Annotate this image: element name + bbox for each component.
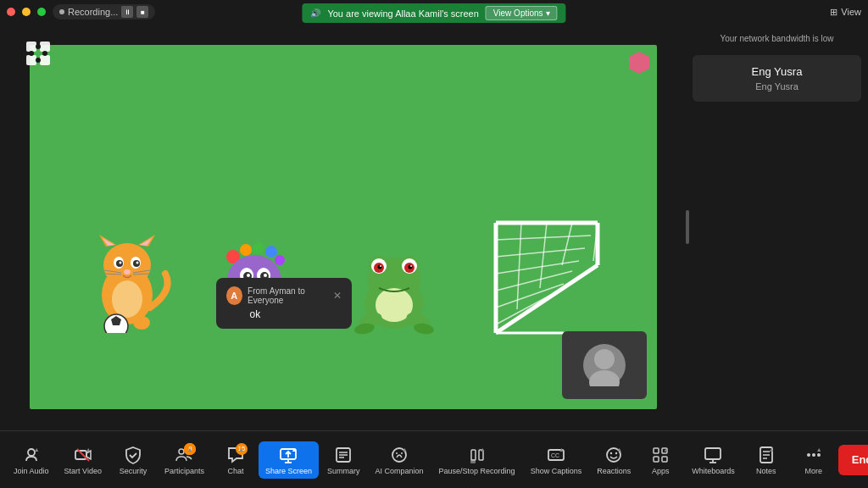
svg-line-70 [496,261,579,274]
svg-line-68 [496,236,591,240]
screen-frame: A From Ayman to Everyone ✕ ok [30,45,657,409]
share-screen-btn[interactable]: ▲ Share Screen [259,441,319,479]
start-video-chevron: ▲ [86,446,92,452]
svg-point-6 [29,51,34,56]
chat-icon: 15 ▲ [225,445,246,465]
ai-companion-btn[interactable]: ▲ AI Companion [369,441,431,479]
maximize-window-btn[interactable] [37,8,46,16]
cat-sprite [81,231,174,333]
apps-btn[interactable]: ▲ Apps [637,441,683,479]
apps-label: Apps [652,467,670,475]
notes-btn[interactable]: ▲ Notes [743,441,789,479]
more-label: More [804,467,822,475]
share-screen-chevron: ▲ [292,446,298,452]
toolbar-group-left: ▲ Join Audio ▲ Start Video [7,441,259,479]
scratch-canvas [30,45,657,409]
svg-rect-0 [26,42,36,52]
start-video-btn[interactable]: ▲ Start Video [58,441,108,479]
svg-point-35 [265,246,277,258]
view-btn[interactable]: ⊞ View [830,7,861,18]
more-btn[interactable]: ▲ More [791,441,837,479]
whiteboards-btn[interactable]: Whiteboards [685,441,742,479]
close-window-btn[interactable] [7,8,15,16]
reactions-btn[interactable]: ▲ Reactions [590,441,637,479]
apps-icon: ▲ [650,445,670,465]
join-audio-icon: ▲ [21,445,42,465]
svg-point-21 [124,269,131,274]
svg-point-26 [112,280,142,318]
notes-chevron: ▲ [769,446,775,452]
bandwidth-notice: Your network bandwidth is low [693,30,861,47]
svg-line-76 [562,223,572,265]
summary-btn[interactable]: Summary [320,441,367,479]
apps-chevron: ▲ [663,446,669,452]
end-meeting-btn[interactable]: End [838,445,868,475]
pause-recording-btn[interactable]: ⏸ [121,6,133,18]
svg-point-57 [380,265,381,267]
speaker-icon: 🔊 [310,8,320,18]
participants-label: Participants [164,467,204,475]
self-video-avatar [583,344,626,386]
chevron-down-icon: ▾ [546,8,550,18]
security-label: Security [120,467,147,475]
svg-point-28 [133,316,150,330]
reactions-icon: ▲ [604,445,624,465]
recording-label: Recording... [68,7,118,17]
screen-share-area: A From Ayman to Everyone ✕ ok [0,24,686,430]
svg-point-19 [119,262,121,264]
stop-recording-btn[interactable]: ■ [136,6,148,18]
bottom-toolbar: ▲ Join Audio ▲ Start Video [0,430,868,488]
chat-popup-close-btn[interactable]: ✕ [333,290,342,302]
pause-stop-icon: ▲ [467,445,487,465]
svg-rect-99 [470,459,476,463]
svg-point-56 [408,265,412,269]
svg-rect-2 [26,55,36,65]
show-captions-label: Show Captions [531,467,582,475]
security-btn[interactable]: Security [110,441,156,479]
join-audio-btn[interactable]: ▲ Join Audio [7,441,56,479]
view-label: View [841,7,861,17]
chat-popup: A From Ayman to Everyone ✕ ok [216,278,352,329]
svg-point-20 [136,262,138,264]
sidebar-drag-handle[interactable] [686,210,689,244]
svg-point-96 [401,452,403,454]
view-options-btn[interactable]: View Options ▾ [486,6,558,20]
svg-point-80 [589,370,620,386]
screen-share-banner: 🔊 You are viewing Allaa Kamil's screen V… [302,3,565,23]
participants-chevron: ▲ [187,446,193,452]
show-captions-icon: CC ▲ [546,445,566,465]
svg-rect-107 [654,457,659,462]
svg-point-95 [396,452,398,454]
svg-marker-8 [629,52,649,74]
reactions-label: Reactions [597,467,631,475]
hex-stop-icon[interactable] [626,50,652,75]
svg-point-118 [817,453,821,457]
toolbar-group-center: ▲ Share Screen Summary [259,441,637,479]
chat-avatar: A [226,286,243,305]
svg-rect-108 [662,457,667,462]
participants-btn[interactable]: 8 8 ▲ Participants [158,441,211,479]
view-options-label: View Options [493,8,543,18]
frog-sprite [352,244,437,337]
minimize-window-btn[interactable] [22,8,31,16]
svg-line-67 [496,265,598,333]
join-audio-label: Join Audio [14,467,49,475]
chat-popup-header: A From Ayman to Everyone ✕ [226,286,342,305]
pause-stop-label: Pause/Stop Recording [439,467,515,475]
participant-name: Eng Yusra [752,65,803,78]
pause-stop-recording-btn[interactable]: ▲ Pause/Stop Recording [432,441,522,479]
participant-card: Eng Yusra Eng Yusra [693,55,861,102]
svg-line-74 [517,223,521,309]
svg-rect-3 [40,55,50,65]
svg-line-73 [496,295,551,324]
chat-btn[interactable]: 15 ▲ Chat [213,441,259,479]
chat-from-text: From Ayman to Everyone [248,286,332,305]
puzzle-icon [23,38,53,69]
svg-line-69 [496,248,585,257]
show-captions-btn[interactable]: CC ▲ Show Captions [524,441,589,479]
svg-point-103 [610,452,612,453]
right-sidebar: Your network bandwidth is low Eng Yusra … [686,24,868,430]
svg-point-79 [594,349,615,369]
svg-point-4 [36,44,41,49]
svg-rect-1 [40,42,50,52]
